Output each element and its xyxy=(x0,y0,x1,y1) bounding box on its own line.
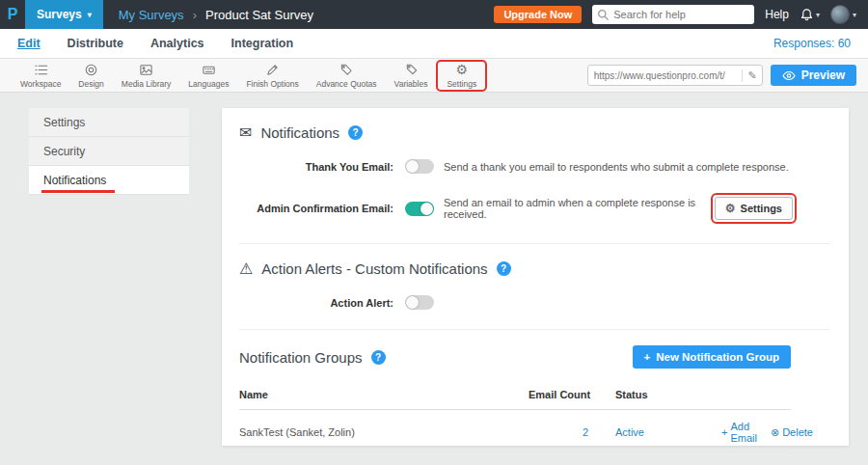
toggle-knob xyxy=(406,160,419,173)
table-header-row: Name Email Count Status xyxy=(239,380,791,410)
finish-options-icon xyxy=(265,63,280,77)
admin-confirmation-email-toggle[interactable] xyxy=(405,202,434,216)
chevron-down-icon: ▾ xyxy=(853,11,856,19)
toggle-knob xyxy=(406,296,419,309)
sidebar-item-security[interactable]: Security xyxy=(29,137,189,166)
thank-you-email-description: Send a thank you email to respondents wh… xyxy=(444,161,789,173)
notification-groups-table: Name Email Count Status SankTest (Sanket… xyxy=(239,380,791,455)
eye-icon xyxy=(782,70,796,81)
help-icon[interactable]: ? xyxy=(348,125,363,140)
settings-gear-icon: ⚙ xyxy=(456,63,469,77)
account-menu[interactable]: ▾ xyxy=(830,5,856,24)
delete-circle-icon: ⊗ xyxy=(771,426,779,439)
action-alerts-title: Action Alerts - Custom Notifications xyxy=(261,260,487,277)
help-icon[interactable]: ? xyxy=(371,350,386,365)
questionpro-logo[interactable]: P xyxy=(0,0,25,29)
add-email-link[interactable]: + Add Email xyxy=(721,421,757,444)
toolbar-item-design[interactable]: Design xyxy=(69,59,112,92)
group-email-count-link[interactable]: 2 xyxy=(529,426,615,438)
action-alert-toggle[interactable] xyxy=(405,295,434,310)
add-email-label: Add Email xyxy=(730,421,757,444)
edit-url-pencil-icon[interactable]: ✎ xyxy=(742,69,756,82)
group-name: SankTest (Sanket, Zolin) xyxy=(239,426,529,438)
column-header-email-count: Email Count xyxy=(529,389,615,400)
help-search xyxy=(592,5,754,24)
variables-icon xyxy=(404,63,419,77)
group-status[interactable]: Active xyxy=(615,426,721,438)
help-icon[interactable]: ? xyxy=(497,261,511,276)
toolbar-item-languages[interactable]: Languages xyxy=(179,59,237,92)
settings-sidebar: Settings Security Notifications xyxy=(29,108,189,195)
notifications-bell[interactable]: ▾ xyxy=(800,8,820,22)
plus-icon: + xyxy=(721,426,727,438)
surveys-dropdown-label: Surveys xyxy=(37,8,82,21)
breadcrumb-current-survey: Product Sat Survey xyxy=(205,8,313,22)
toolbar-item-label: Workspace xyxy=(20,79,61,89)
column-header-name: Name xyxy=(239,389,529,400)
envelope-icon: ✉ xyxy=(239,123,252,142)
tab-distribute[interactable]: Distribute xyxy=(68,37,123,50)
section-divider xyxy=(239,329,829,330)
new-notification-group-button[interactable]: + New Notification Group xyxy=(633,345,792,369)
breadcrumb: My Surveys › Product Sat Survey xyxy=(119,8,313,22)
advance-quotas-icon xyxy=(339,63,354,77)
edit-toolbar: Workspace Design Media Library Languages… xyxy=(0,59,868,93)
toolbar-item-settings[interactable]: ⚙ Settings xyxy=(436,60,487,92)
upgrade-now-button[interactable]: Upgrade Now xyxy=(494,6,582,23)
breadcrumb-my-surveys[interactable]: My Surveys xyxy=(119,8,184,22)
warning-icon: ⚠ xyxy=(239,260,253,278)
sidebar-item-notifications[interactable]: Notifications xyxy=(29,166,189,195)
delete-label: Delete xyxy=(782,426,813,438)
tab-analytics[interactable]: Analytics xyxy=(150,37,204,50)
topbar-right-group: Upgrade Now Help ▾ ▾ xyxy=(494,5,868,24)
table-row: SankTest (Sanket, Zolin) 2 Active + Add … xyxy=(239,410,791,455)
breadcrumb-separator: › xyxy=(193,8,197,22)
sidebar-item-settings[interactable]: Settings xyxy=(29,108,189,137)
new-group-button-label: New Notification Group xyxy=(656,351,779,363)
preview-button-label: Preview xyxy=(801,68,845,82)
plus-icon: + xyxy=(644,351,651,363)
avatar xyxy=(830,5,850,24)
tab-integration[interactable]: Integration xyxy=(231,37,294,50)
action-alert-label: Action Alert: xyxy=(239,297,393,309)
languages-icon xyxy=(202,63,216,77)
tab-edit[interactable]: Edit xyxy=(17,37,41,50)
toolbar-item-label: Advance Quotas xyxy=(316,79,377,89)
notification-groups-title: Notification Groups xyxy=(239,349,363,366)
toolbar-item-label: Design xyxy=(78,79,103,89)
toolbar-item-label: Languages xyxy=(188,79,229,89)
survey-url-input[interactable] xyxy=(594,70,743,81)
thank-you-email-label: Thank You Email: xyxy=(239,161,393,173)
admin-confirmation-email-row: Admin Confirmation Email: Send an email … xyxy=(239,193,829,224)
notifications-title: Notifications xyxy=(260,124,339,141)
annotation-box-settings-button: ⚙ Settings xyxy=(711,193,797,224)
section-divider xyxy=(239,243,829,244)
toolbar-item-media-library[interactable]: Media Library xyxy=(113,59,180,92)
toolbar-item-variables[interactable]: Variables xyxy=(386,59,437,92)
toolbar-item-label: Finish Options xyxy=(246,79,298,89)
toolbar-item-label: Media Library xyxy=(122,79,172,89)
help-search-input[interactable] xyxy=(592,5,754,24)
notifications-panel: ✉ Notifications ? Thank You Email: Send … xyxy=(222,108,849,446)
preview-button[interactable]: Preview xyxy=(771,65,856,86)
column-header-status: Status xyxy=(615,389,721,400)
admin-confirmation-email-description: Send an email to admin when a complete r… xyxy=(444,197,711,220)
toolbar-item-workspace[interactable]: Workspace xyxy=(12,59,69,92)
admin-email-settings-button[interactable]: ⚙ Settings xyxy=(715,197,793,220)
thank-you-email-row: Thank You Email: Send a thank you email … xyxy=(239,159,829,174)
toolbar-item-finish-options[interactable]: Finish Options xyxy=(237,59,307,92)
surveys-dropdown[interactable]: Surveys ▾ xyxy=(25,0,103,29)
thank-you-email-toggle[interactable] xyxy=(405,159,434,174)
delete-link[interactable]: ⊗ Delete xyxy=(771,421,813,444)
settings-button-label: Settings xyxy=(741,203,782,214)
help-link[interactable]: Help xyxy=(765,8,789,21)
survey-nav-bar: Edit Distribute Analytics Integration Re… xyxy=(0,29,868,59)
toolbar-item-advance-quotas[interactable]: Advance Quotas xyxy=(308,59,386,92)
responses-count[interactable]: Responses: 60 xyxy=(773,37,851,50)
sidebar-item-label: Settings xyxy=(43,116,85,129)
gear-icon: ⚙ xyxy=(725,202,736,215)
group-actions: + Add Email ⊗ Delete xyxy=(721,421,813,444)
toggle-knob xyxy=(420,203,433,215)
media-library-icon xyxy=(139,63,153,77)
sidebar-item-label: Notifications xyxy=(43,174,106,187)
